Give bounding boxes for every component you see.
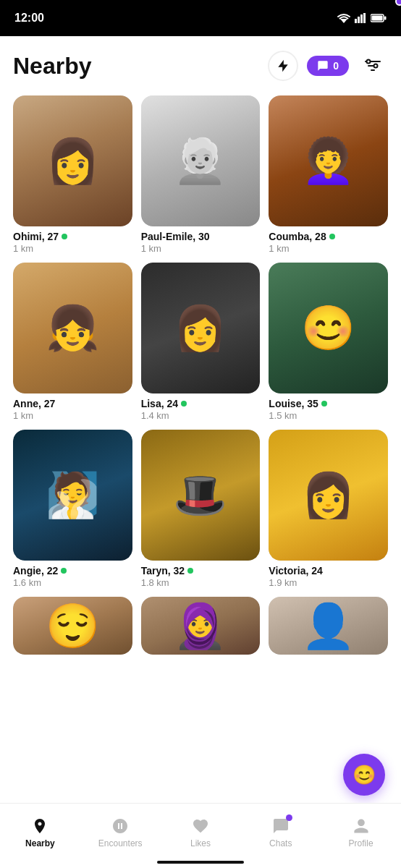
nav-item-chats[interactable]: Chats — [240, 804, 321, 868]
profile-distance-louise: 1.5 km — [269, 410, 388, 421]
bottom-nav: Nearby Encounters Likes Chats — [0, 803, 401, 868]
status-icons — [337, 13, 387, 23]
chats-icon — [271, 817, 290, 835]
message-icon — [317, 60, 329, 72]
online-dot-coumba — [329, 234, 335, 239]
page-title: Nearby — [13, 53, 92, 80]
profile-card-taryn[interactable]: 🎩Taryn, 321.8 km — [141, 430, 261, 588]
profile-card-partial2[interactable]: 🧕 — [141, 597, 261, 659]
profile-name-taryn: Taryn, 32 — [141, 565, 261, 576]
profile-distance-paulemile: 1 km — [141, 243, 261, 254]
profile-image-coumba: 👩‍🦱 — [269, 95, 388, 226]
svg-rect-7 — [372, 16, 383, 21]
profile-name-louise: Louise, 35 — [269, 398, 388, 409]
profile-image-taryn: 🎩 — [141, 430, 261, 561]
svg-rect-4 — [363, 13, 366, 23]
status-time: 12:00 — [14, 12, 44, 25]
profile-image-angie: 🧖 — [13, 430, 132, 561]
chats-dot — [286, 814, 292, 821]
profile-image-ohimi: 👩 — [13, 95, 132, 226]
profile-distance-lisa: 1.4 km — [141, 410, 261, 421]
profile-image-lisa: 👩 — [141, 263, 261, 393]
online-dot-taryn — [187, 568, 193, 574]
profile-image-louise: 😊 — [269, 263, 388, 393]
main-content: Nearby 0 — [0, 36, 401, 731]
svg-point-12 — [374, 64, 378, 68]
profile-image-victoria: 👩 — [269, 430, 388, 561]
profile-card-victoria[interactable]: 👩Victoria, 241.9 km — [269, 430, 388, 588]
nav-item-nearby[interactable]: Nearby — [0, 804, 80, 868]
profile-icon — [352, 817, 371, 835]
filter-button[interactable] — [358, 51, 388, 81]
profile-distance-coumba: 1 km — [269, 243, 388, 254]
profile-image-paulemile: 👱 — [141, 95, 261, 226]
boost-button[interactable] — [268, 51, 298, 81]
profile-distance-angie: 1.6 km — [13, 577, 132, 588]
svg-rect-1 — [355, 19, 357, 23]
status-bar: 12:00 — [0, 0, 401, 36]
nearby-nav-label: Nearby — [25, 838, 55, 848]
profile-image-partial3: 👤 — [269, 597, 388, 655]
profile-name-victoria: Victoria, 24 — [269, 565, 388, 576]
header-actions: 0 — [268, 51, 388, 81]
profile-image-partial1: 😌 — [13, 597, 132, 655]
encounters-icon — [111, 817, 130, 835]
profile-nav-label: Profile — [349, 838, 373, 848]
profile-name-coumba: Coumba, 28 — [269, 231, 388, 242]
profile-distance-taryn: 1.8 km — [141, 577, 261, 588]
svg-point-11 — [367, 60, 371, 64]
online-dot-lisa — [181, 401, 187, 407]
profile-card-louise[interactable]: 😊Louise, 351.5 km — [269, 263, 388, 421]
profile-distance-ohimi: 1 km — [13, 243, 132, 254]
profile-card-partial1[interactable]: 😌 — [13, 597, 132, 659]
nav-item-likes[interactable]: Likes — [161, 804, 241, 868]
wifi-icon — [337, 13, 350, 23]
likes-nav-label: Likes — [190, 838, 211, 848]
profile-name-anne: Anne, 27 — [13, 398, 132, 409]
emoji-fab[interactable]: 😊 — [343, 754, 385, 796]
profile-card-lisa[interactable]: 👩Lisa, 241.4 km — [141, 263, 261, 421]
profile-card-paulemile[interactable]: 👱Paul-Emile, 301 km — [141, 95, 261, 254]
nav-item-encounters[interactable]: Encounters — [80, 804, 161, 868]
likes-icon — [191, 817, 210, 835]
profile-card-ohimi[interactable]: 👩Ohimi, 271 km — [13, 95, 132, 254]
battery-icon — [371, 14, 387, 22]
online-dot-ohimi — [62, 234, 67, 239]
chat-badge-count: 0 — [333, 60, 339, 72]
signal-icon — [355, 13, 366, 23]
svg-rect-6 — [384, 17, 387, 20]
encounters-nav-label: Encounters — [98, 838, 143, 848]
profile-image-anne: 👧 — [13, 263, 132, 393]
profile-image-partial2: 🧕 — [141, 597, 261, 655]
profile-distance-victoria: 1.9 km — [269, 577, 388, 588]
profile-card-coumba[interactable]: 👩‍🦱Coumba, 281 km — [269, 95, 388, 254]
profile-name-lisa: Lisa, 24 — [141, 398, 261, 409]
online-dot-angie — [61, 568, 67, 574]
svg-rect-2 — [358, 17, 360, 23]
chat-badge-button[interactable]: 0 — [307, 56, 349, 76]
header: Nearby 0 — [13, 51, 388, 81]
bolt-icon — [276, 59, 290, 73]
profile-card-anne[interactable]: 👧Anne, 271 km — [13, 263, 132, 421]
svg-rect-3 — [360, 14, 363, 23]
profile-name-angie: Angie, 22 — [13, 565, 132, 576]
nearby-icon — [30, 817, 49, 835]
profile-distance-anne: 1 km — [13, 410, 132, 421]
home-indicator — [157, 861, 244, 864]
chats-nav-label: Chats — [269, 838, 292, 848]
profile-name-ohimi: Ohimi, 27 — [13, 231, 132, 242]
online-dot-louise — [321, 401, 327, 407]
nav-item-profile[interactable]: Profile — [321, 804, 401, 868]
profile-name-paulemile: Paul-Emile, 30 — [141, 231, 261, 242]
profile-card-angie[interactable]: 🧖Angie, 221.6 km — [13, 430, 132, 588]
profiles-grid: 👩Ohimi, 271 km👱Paul-Emile, 301 km👩‍🦱Coum… — [13, 95, 388, 659]
svg-marker-0 — [340, 19, 347, 23]
filter-icon — [363, 58, 382, 74]
profile-card-partial3[interactable]: 👤 — [269, 597, 388, 659]
